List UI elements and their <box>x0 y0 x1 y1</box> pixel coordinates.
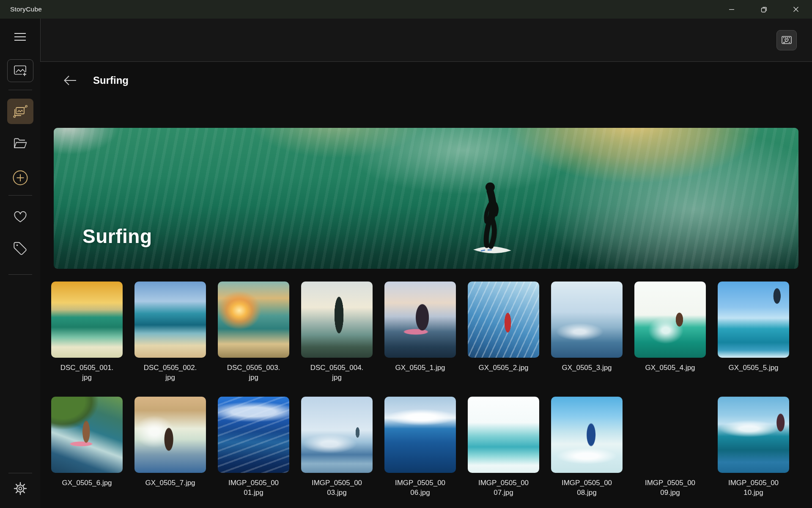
photo-thumbnail[interactable]: GX_0505_5.jpg <box>718 282 789 382</box>
photo-image <box>301 282 373 358</box>
photo-filename: GX_0505_1.jpg <box>394 363 447 373</box>
photo-image <box>51 397 123 473</box>
hero-title: Surfing <box>82 225 152 248</box>
photo-filename: GX_0505_4.jpg <box>644 363 697 373</box>
settings-icon <box>13 481 28 496</box>
photo-image <box>218 282 289 358</box>
photo-thumbnail[interactable]: IMGP_0505_0003.jpg <box>301 397 373 497</box>
photo-filename: DSC_0505_002.jpg <box>144 363 197 382</box>
photo-filename: IMGP_0505_0008.jpg <box>560 478 614 497</box>
photo-thumbnail[interactable]: DSC_0505_001.jpg <box>51 282 123 382</box>
sidebar-item-albums-selected[interactable] <box>7 99 33 124</box>
create-button[interactable] <box>11 170 30 186</box>
photo-filename: DSC_0505_003.jpg <box>227 363 280 382</box>
film-heart-icon <box>781 35 793 46</box>
photo-filename: DSC_0505_004.jpg <box>310 363 364 382</box>
restore-icon <box>761 6 767 13</box>
albums-icon <box>13 104 28 119</box>
photo-image <box>301 397 373 473</box>
app-title: StoryCube <box>0 6 42 13</box>
photo-thumbnail[interactable]: GX_0505_6.jpg <box>51 397 123 497</box>
page-header: Surfing <box>62 71 812 90</box>
photo-filename: IMGP_0505_0006.jpg <box>394 478 447 497</box>
photo-thumbnail[interactable]: IMGP_0505_0001.jpg <box>218 397 289 497</box>
photo-filename: GX_0505_2.jpg <box>477 363 530 373</box>
photo-thumbnail[interactable]: GX_0505_2.jpg <box>468 282 539 382</box>
photo-image <box>468 397 539 473</box>
photo-image <box>384 397 456 473</box>
menu-button[interactable] <box>12 30 29 43</box>
sidebar-divider <box>8 195 32 196</box>
sidebar-divider <box>8 473 32 473</box>
add-image-button[interactable] <box>7 59 33 82</box>
photo-image <box>634 282 706 358</box>
photo-thumbnail[interactable]: GX_0505_7.jpg <box>134 397 206 497</box>
photo-image <box>718 397 789 473</box>
memories-button[interactable] <box>776 30 797 50</box>
titlebar: StoryCube <box>0 0 812 19</box>
photo-thumbnail[interactable]: IMGP_0505_0007.jpg <box>468 397 539 497</box>
sidebar-item-favorites[interactable] <box>11 210 30 224</box>
photo-image <box>384 282 456 358</box>
content-area: Surfing Surfing DSC_0505_001.jpg <box>40 62 812 508</box>
photo-image <box>134 282 206 358</box>
photo-image <box>551 282 623 358</box>
photo-image <box>51 282 123 358</box>
photo-thumbnail[interactable]: DSC_0505_003.jpg <box>218 282 289 382</box>
photo-filename: GX_0505_5.jpg <box>727 363 780 373</box>
add-circle-icon <box>12 170 28 186</box>
photo-image <box>718 282 789 358</box>
settings-button[interactable] <box>11 480 30 497</box>
photo-filename: IMGP_0505_0003.jpg <box>310 478 364 497</box>
photo-thumbnail[interactable]: DSC_0505_002.jpg <box>134 282 206 382</box>
back-button[interactable] <box>62 72 79 89</box>
add-image-icon <box>14 65 27 77</box>
photo-filename: GX_0505_7.jpg <box>144 478 197 488</box>
photo-filename: GX_0505_6.jpg <box>60 478 114 488</box>
photo-thumbnail[interactable]: IMGP_0505_0006.jpg <box>384 397 456 497</box>
sidebar-item-tags[interactable] <box>11 240 30 257</box>
photo-filename: IMGP_0505_0009.jpg <box>644 478 697 497</box>
sidebar-divider <box>8 90 32 90</box>
photo-filename: IMGP_0505_0001.jpg <box>227 478 280 497</box>
photo-grid: DSC_0505_001.jpg DSC_0505_002.jpg DSC_05… <box>51 282 812 497</box>
photo-thumbnail[interactable]: DSC_0505_004.jpg <box>301 282 373 382</box>
close-button[interactable] <box>780 0 812 19</box>
photo-image <box>218 397 289 473</box>
restore-button[interactable] <box>748 0 780 19</box>
photo-image <box>468 282 539 358</box>
hero-banner: Surfing <box>54 128 798 269</box>
tag-icon <box>13 240 28 256</box>
photo-image <box>634 397 706 473</box>
photo-filename: GX_0505_3.jpg <box>560 363 614 373</box>
surfer-silhouette <box>465 179 520 263</box>
sidebar <box>0 19 40 508</box>
sidebar-item-folders[interactable] <box>10 136 31 151</box>
photo-thumbnail[interactable]: GX_0505_1.jpg <box>384 282 456 382</box>
page-title: Surfing <box>93 75 129 86</box>
photo-thumbnail[interactable]: IMGP_0505_0010.jpg <box>718 397 789 497</box>
sidebar-divider <box>8 274 32 275</box>
minimize-button[interactable] <box>716 0 748 19</box>
photo-thumbnail[interactable]: GX_0505_4.jpg <box>634 282 706 382</box>
menu-icon <box>14 33 26 41</box>
back-arrow-icon <box>63 75 77 86</box>
top-toolbar <box>40 19 812 62</box>
photo-thumbnail[interactable]: GX_0505_3.jpg <box>551 282 623 382</box>
photo-filename: IMGP_0505_0010.jpg <box>727 478 780 497</box>
photo-thumbnail[interactable]: IMGP_0505_0008.jpg <box>551 397 623 497</box>
folder-icon <box>13 137 27 150</box>
photo-filename: DSC_0505_001.jpg <box>60 363 114 382</box>
photo-filename: IMGP_0505_0007.jpg <box>477 478 530 497</box>
photo-image <box>551 397 623 473</box>
minimize-icon <box>729 6 735 12</box>
close-icon <box>793 6 799 12</box>
heart-icon <box>13 210 27 224</box>
photo-thumbnail[interactable]: IMGP_0505_0009.jpg <box>634 397 706 497</box>
photo-image <box>134 397 206 473</box>
